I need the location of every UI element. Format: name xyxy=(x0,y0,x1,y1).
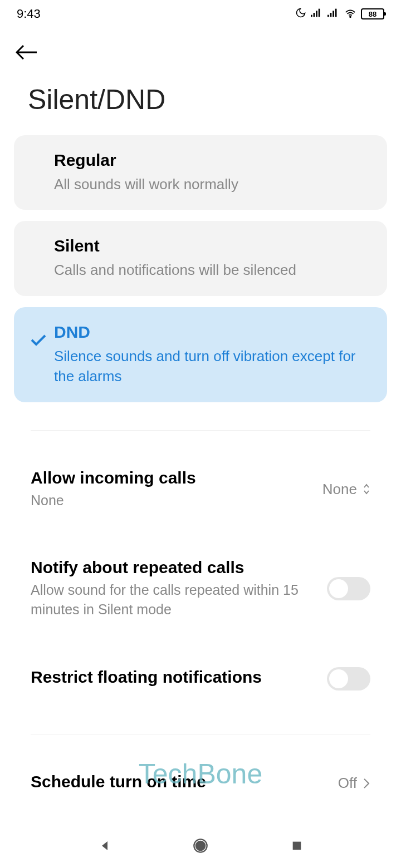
signal-icon xyxy=(311,8,323,19)
mode-dnd[interactable]: DND Silence sounds and turn off vibratio… xyxy=(14,307,387,402)
setting-repeated-calls[interactable]: Notify about repeated calls Allow sound … xyxy=(31,542,370,635)
mode-title: DND xyxy=(36,323,365,342)
svg-point-8 xyxy=(350,16,351,17)
wifi-icon xyxy=(344,8,356,20)
setting-value: Off xyxy=(338,775,370,792)
setting-value: None xyxy=(322,481,370,498)
mode-silent[interactable]: Silent Calls and notifications will be s… xyxy=(14,221,387,295)
status-icons: 88 xyxy=(295,7,384,21)
svg-rect-1 xyxy=(314,13,315,17)
status-time: 9:43 xyxy=(17,7,41,21)
nav-home[interactable] xyxy=(192,837,209,854)
svg-rect-2 xyxy=(316,11,317,17)
svg-rect-0 xyxy=(311,15,312,17)
watermark: TechBone xyxy=(139,758,262,790)
mode-desc: Silence sounds and turn off vibration ex… xyxy=(36,346,365,387)
svg-rect-7 xyxy=(335,9,337,17)
mode-desc: All sounds will work normally xyxy=(36,174,365,194)
setting-content: Notify about repeated calls Allow sound … xyxy=(31,558,327,619)
nav-bar xyxy=(0,823,401,868)
toggle-knob xyxy=(329,579,348,598)
svg-rect-11 xyxy=(293,842,301,850)
mode-regular[interactable]: Regular All sounds will work normally xyxy=(14,135,387,210)
svg-rect-6 xyxy=(332,11,334,17)
setting-title: Restrict floating notifications xyxy=(31,668,316,687)
svg-rect-5 xyxy=(330,13,332,17)
mode-title: Regular xyxy=(36,151,365,170)
status-bar: 9:43 xyxy=(0,0,401,28)
svg-rect-3 xyxy=(319,9,320,17)
setting-title: Allow incoming calls xyxy=(31,468,311,487)
svg-rect-4 xyxy=(327,15,329,17)
moon-icon xyxy=(295,7,306,21)
setting-desc: None xyxy=(31,491,311,510)
setting-restrict-float[interactable]: Restrict floating notifications xyxy=(31,652,370,706)
toggle-repeated-calls[interactable] xyxy=(327,577,370,600)
battery-icon: 88 xyxy=(361,8,384,19)
setting-desc: Allow sound for the calls repeated withi… xyxy=(31,580,316,619)
setting-allow-calls[interactable]: Allow incoming calls None None xyxy=(31,453,370,526)
toggle-knob xyxy=(329,669,348,688)
svg-point-10 xyxy=(196,841,205,850)
select-arrows-icon xyxy=(363,483,370,495)
mode-options: Regular All sounds will work normally Si… xyxy=(0,135,401,402)
settings-list: Allow incoming calls None None Notify ab… xyxy=(0,453,401,706)
divider xyxy=(31,430,370,431)
check-icon xyxy=(31,334,46,346)
mode-title: Silent xyxy=(36,236,365,255)
signal-icon xyxy=(327,8,340,19)
chevron-right-icon xyxy=(363,777,370,790)
nav-recent[interactable] xyxy=(288,837,305,854)
page-title: Silent/DND xyxy=(0,68,401,135)
back-arrow-icon xyxy=(16,45,38,60)
nav-back[interactable] xyxy=(96,837,113,854)
mode-desc: Calls and notifications will be silenced xyxy=(36,260,365,280)
back-button[interactable] xyxy=(0,28,401,68)
setting-content: Restrict floating notifications xyxy=(31,668,327,690)
divider xyxy=(31,734,370,734)
toggle-restrict-float[interactable] xyxy=(327,667,370,691)
setting-content: Allow incoming calls None xyxy=(31,468,322,510)
setting-title: Notify about repeated calls xyxy=(31,558,316,577)
